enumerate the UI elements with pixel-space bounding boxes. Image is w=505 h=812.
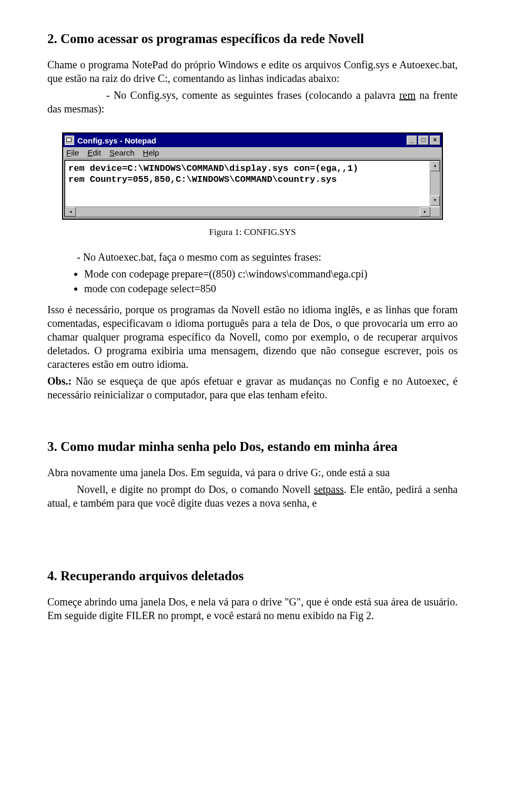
config-line-1: rem device=C:\WINDOWS\COMMAND\display.sy… <box>68 163 437 174</box>
section2-heading: 2. Como acessar os programas específicos… <box>47 32 458 46</box>
config-line-2: rem Country=055,850,C:\WINDOWS\COMMAND\c… <box>68 174 437 185</box>
notepad-title: Config.sys - Notepad <box>77 136 407 145</box>
obs-paragraph: Obs.: Não se esqueça de que após efetuar… <box>47 374 458 402</box>
section4-paragraph: Começe abrindo uma janela Dos, e nela vá… <box>47 595 458 622</box>
rem-word: rem <box>399 89 416 101</box>
menu-search[interactable]: Search <box>109 148 135 157</box>
section3-prefix: Novell, e digite no prompt do Dos, o com… <box>77 484 314 495</box>
explanation-paragraph: Isso é necessário, porque os programas d… <box>47 303 458 371</box>
menu-file[interactable]: File <box>66 148 79 157</box>
bullet-codepage-select: mode con codepage select=850 <box>84 282 458 295</box>
menu-edit[interactable]: Edit <box>87 148 101 157</box>
notepad-system-icon[interactable] <box>65 136 74 145</box>
menu-help[interactable]: Help <box>143 148 159 157</box>
section3-heading: 3. Como mudar minha senha pelo Dos, esta… <box>47 439 458 454</box>
figure1-caption: Figura 1: CONFIG.SYS <box>47 227 458 238</box>
horizontal-scrollbar[interactable]: ◂ ▸ <box>65 207 430 217</box>
setpass-word: setpass <box>314 484 344 495</box>
notepad-text-area[interactable]: rem device=C:\WINDOWS\COMMAND\display.sy… <box>64 160 441 218</box>
notepad-menubar: File Edit Search Help <box>63 147 442 159</box>
vscroll-track[interactable] <box>430 171 440 196</box>
section4-heading: 4. Recuperando arquivos deletados <box>47 569 458 583</box>
section3-line1: Abra novamente uma janela Dos. Em seguid… <box>47 466 458 479</box>
autoexec-instruction: - No Autoexec.bat, faça o mesmo com as s… <box>77 250 458 264</box>
scroll-left-icon[interactable]: ◂ <box>65 207 76 217</box>
maximize-button[interactable]: □ <box>418 136 429 145</box>
scroll-right-icon[interactable]: ▸ <box>420 207 430 217</box>
section2-config-instruction: - No Config.sys, comente as seguintes fr… <box>47 88 458 116</box>
scroll-up-icon[interactable]: ▴ <box>430 161 440 171</box>
autoexec-bullets: Mode con codepage prepare=((850) c:\wind… <box>47 267 458 295</box>
obs-text: Não se esqueça de que após efetuar e gra… <box>47 375 458 400</box>
obs-label: Obs.: <box>47 375 72 387</box>
hscroll-track[interactable] <box>76 207 420 217</box>
minimize-button[interactable]: _ <box>407 136 417 145</box>
window-buttons: _ □ × <box>407 136 440 145</box>
notepad-window: Config.sys - Notepad _ □ × File Edit Sea… <box>62 132 443 220</box>
document-page: 2. Como acessar os programas específicos… <box>0 0 505 657</box>
section2-intro: Chame o programa NotePad do próprio Wind… <box>47 58 458 85</box>
bullet-codepage-prepare: Mode con codepage prepare=((850) c:\wind… <box>84 267 458 281</box>
notepad-titlebar[interactable]: Config.sys - Notepad _ □ × <box>63 133 442 147</box>
scroll-down-icon[interactable]: ▾ <box>430 196 440 206</box>
vertical-scrollbar[interactable]: ▴ ▾ <box>430 161 440 206</box>
section3-line2: Novell, e digite no prompt do Dos, o com… <box>47 482 458 510</box>
close-button[interactable]: × <box>430 136 440 145</box>
config-instr-prefix: - No Config.sys, comente as seguintes fr… <box>106 89 399 101</box>
scroll-corner <box>430 207 440 217</box>
